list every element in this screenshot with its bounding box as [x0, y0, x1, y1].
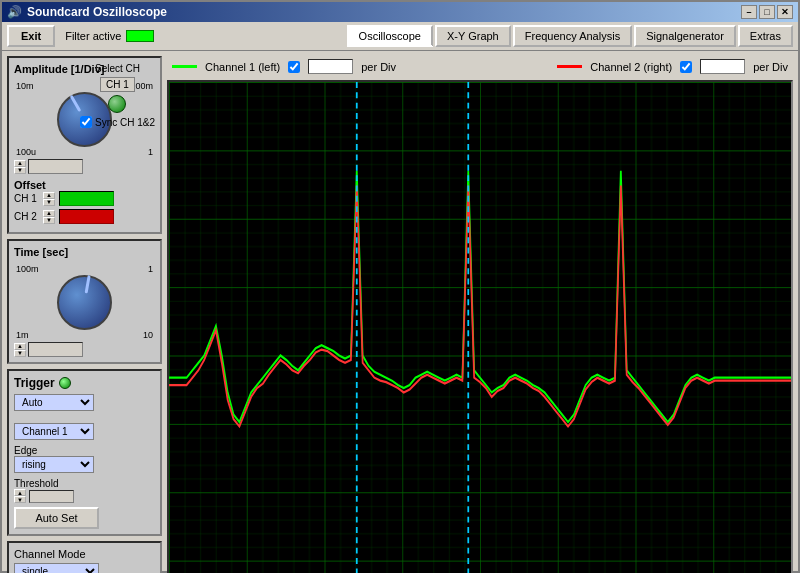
amplitude-knob-br: 1	[148, 147, 153, 157]
time-spin-down[interactable]: ▼	[14, 350, 26, 357]
threshold-value-input[interactable]: 0.01	[29, 490, 74, 503]
offset-ch1-spin-down[interactable]: ▼	[43, 199, 55, 206]
amplitude-knob-tl: 10m	[16, 81, 34, 91]
left-bottom: Trigger Auto Normal Single Channel 1 Cha…	[7, 369, 162, 573]
ch1-checkbox[interactable]	[288, 61, 300, 73]
trigger-title: Trigger	[14, 376, 55, 390]
time-value-input[interactable]: 200m	[28, 342, 83, 357]
offset-ch2-spinner[interactable]: ▲ ▼	[43, 210, 55, 224]
scope-canvas	[167, 80, 793, 573]
trigger-mode-select[interactable]: Auto Normal Single	[14, 394, 94, 411]
sync-checkbox[interactable]	[80, 116, 92, 128]
time-spin-up[interactable]: ▲	[14, 343, 26, 350]
channel-mode-title: Channel Mode	[14, 548, 155, 560]
tab-frequency[interactable]: Frequency Analysis	[513, 25, 632, 47]
tab-xy-graph[interactable]: X-Y Graph	[435, 25, 511, 47]
ch2-per-div-suffix: per Div	[753, 61, 788, 73]
threshold-spinner[interactable]: ▲ ▼	[14, 489, 26, 503]
edge-label: Edge	[14, 445, 37, 456]
threshold-spin-up[interactable]: ▲	[14, 489, 26, 496]
offset-ch1-spin-up[interactable]: ▲	[43, 192, 55, 199]
title-bar-left: 🔊 Soundcard Oszilloscope	[7, 5, 167, 19]
threshold-label: Threshold	[14, 478, 58, 489]
time-knob-marker	[85, 275, 91, 293]
threshold-row: ▲ ▼ 0.01	[14, 489, 155, 503]
ch1-line-indicator	[172, 65, 197, 68]
scope-header: Channel 1 (left) 900u per Div Channel 2 …	[167, 56, 793, 77]
offset-ch2-label: CH 2	[14, 211, 39, 222]
trigger-title-row: Trigger	[14, 376, 155, 390]
ch1-select-btn[interactable]: CH 1	[100, 77, 135, 92]
trigger-section: Trigger Auto Normal Single Channel 1 Cha…	[7, 369, 162, 536]
offset-ch2-input[interactable]: 0.0000	[59, 209, 114, 224]
tabs-bar: Oscilloscope X-Y Graph Frequency Analysi…	[347, 25, 793, 47]
top-row: Exit Filter active Oscilloscope X-Y Grap…	[2, 22, 798, 51]
threshold-spin-down[interactable]: ▼	[14, 496, 26, 503]
title-bar: 🔊 Soundcard Oszilloscope – □ ✕	[2, 2, 798, 22]
title-bar-buttons: – □ ✕	[741, 5, 793, 19]
time-knob-area: 100m 1 1m 10	[14, 262, 155, 342]
select-ch-label: Select CH	[95, 63, 140, 74]
offset-ch2-spin-up[interactable]: ▲	[43, 210, 55, 217]
minimize-button[interactable]: –	[741, 5, 757, 19]
trigger-channel-select[interactable]: Channel 1 Channel 2	[14, 423, 94, 440]
filter-active-label: Filter active	[65, 30, 121, 42]
right-panel: Channel 1 (left) 900u per Div Channel 2 …	[167, 56, 793, 573]
select-ch-area: Select CH CH 1 Sync CH 1&2	[80, 63, 155, 128]
maximize-button[interactable]: □	[759, 5, 775, 19]
left-panel: Amplitude [1/Div] 10m 100m 100u 1	[7, 56, 162, 573]
ch2-per-div-input[interactable]: 900u	[700, 59, 745, 74]
exit-button[interactable]: Exit	[7, 25, 55, 47]
offset-ch1-row: CH 1 ▲ ▼ 0.0000	[14, 191, 155, 206]
tab-oscilloscope[interactable]: Oscilloscope	[347, 25, 433, 47]
amplitude-spin-down[interactable]: ▼	[14, 167, 26, 174]
sync-row: Sync CH 1&2	[80, 116, 155, 128]
window-icon: 🔊	[7, 5, 22, 19]
time-knob-tl: 100m	[16, 264, 39, 274]
offset-ch1-label: CH 1	[14, 193, 39, 204]
auto-set-button[interactable]: Auto Set	[14, 507, 99, 529]
ch2-label: Channel 2 (right)	[590, 61, 672, 73]
tab-signalgenerator[interactable]: Signalgenerator	[634, 25, 736, 47]
sync-label: Sync CH 1&2	[95, 117, 155, 128]
time-knob[interactable]	[57, 275, 112, 330]
amplitude-knob-bl: 100u	[16, 147, 36, 157]
time-knob-bl: 1m	[16, 330, 29, 340]
ch1-per-div-suffix: per Div	[361, 61, 396, 73]
ch1-label: Channel 1 (left)	[205, 61, 280, 73]
time-knob-br: 10	[143, 330, 153, 340]
trigger-edge-select[interactable]: rising falling	[14, 456, 94, 473]
time-value-row: ▲ ▼ 200m	[14, 342, 155, 357]
amplitude-spin-up[interactable]: ▲	[14, 160, 26, 167]
ch1-per-div-input[interactable]: 900u	[308, 59, 353, 74]
ch2-line-indicator	[557, 65, 582, 68]
main-content: Amplitude [1/Div] 10m 100m 100u 1	[2, 51, 798, 573]
time-knob-tr: 1	[148, 264, 153, 274]
tab-extras[interactable]: Extras	[738, 25, 793, 47]
filter-indicator	[126, 30, 154, 42]
amplitude-value-input[interactable]: 0.0009	[28, 159, 83, 174]
close-button[interactable]: ✕	[777, 5, 793, 19]
amplitude-value-row: ▲ ▼ 0.0009	[14, 159, 155, 174]
scope-svg	[169, 82, 791, 573]
offset-section: Offset CH 1 ▲ ▼ 0.0000 CH 2 ▲ ▼	[14, 179, 155, 224]
filter-active-area: Filter active	[65, 30, 154, 42]
offset-ch2-row: CH 2 ▲ ▼ 0.0000	[14, 209, 155, 224]
trigger-indicator	[59, 377, 71, 389]
offset-title: Offset	[14, 179, 46, 191]
channel-mode-section: Channel Mode single dual EXT	[7, 541, 162, 573]
time-spinner[interactable]: ▲ ▼	[14, 343, 26, 357]
offset-ch1-input[interactable]: 0.0000	[59, 191, 114, 206]
offset-ch1-spinner[interactable]: ▲ ▼	[43, 192, 55, 206]
main-window: 🔊 Soundcard Oszilloscope – □ ✕ Exit Filt…	[0, 0, 800, 573]
window-title: Soundcard Oszilloscope	[27, 5, 167, 19]
ch2-checkbox[interactable]	[680, 61, 692, 73]
ch1-indicator	[108, 95, 126, 113]
offset-ch2-spin-down[interactable]: ▼	[43, 217, 55, 224]
amplitude-spinner[interactable]: ▲ ▼	[14, 160, 26, 174]
time-title: Time [sec]	[14, 246, 155, 258]
channel-mode-select[interactable]: single dual EXT	[14, 563, 99, 573]
amplitude-section: Amplitude [1/Div] 10m 100m 100u 1	[7, 56, 162, 234]
svg-rect-1	[169, 82, 791, 573]
time-section: Time [sec] 100m 1 1m 10 ▲ ▼ 200m	[7, 239, 162, 364]
